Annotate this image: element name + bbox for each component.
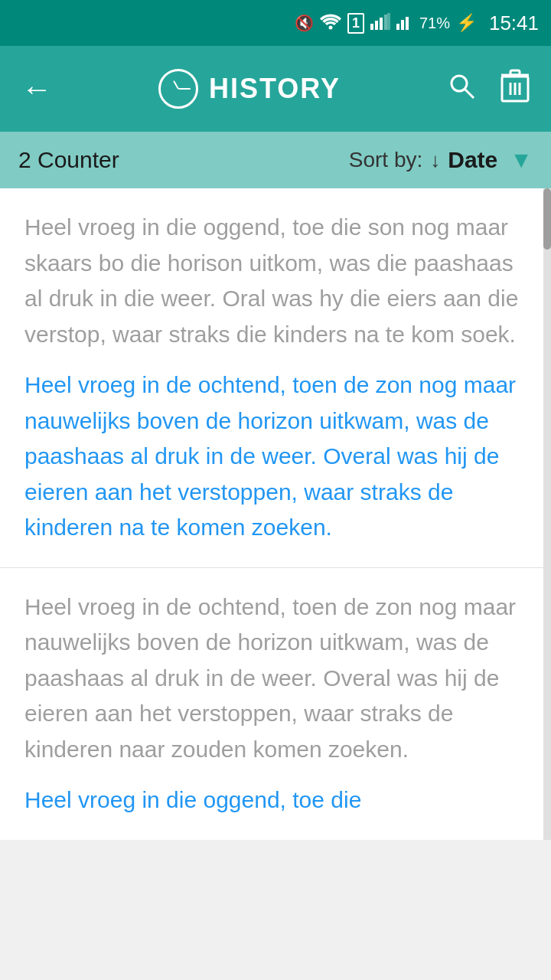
scrollbar[interactable]: [543, 188, 551, 840]
svg-rect-8: [406, 17, 409, 30]
svg-rect-3: [380, 18, 383, 30]
search-button[interactable]: [441, 65, 482, 113]
back-button[interactable]: ←: [15, 66, 58, 113]
sort-direction-icon: ↓: [430, 149, 440, 172]
scroll-thumb[interactable]: [543, 188, 551, 250]
counter-label: 2 Counter: [18, 147, 349, 173]
history-entry-2: Heel vroeg in de ochtend, toen de zon no…: [0, 568, 551, 840]
time-display: 15:41: [489, 11, 539, 35]
delete-button[interactable]: [494, 63, 536, 116]
signal2-icon: [396, 13, 413, 34]
status-bar: 🔇 1 71% ⚡ 15:41: [0, 0, 551, 46]
svg-rect-5: [387, 13, 390, 30]
entry-2-translated-text: Heel vroeg in die oggend, toe die: [24, 782, 519, 818]
svg-rect-2: [375, 21, 378, 30]
dropdown-arrow-icon[interactable]: ▼: [510, 147, 533, 173]
content-area: Heel vroeg in die oggend, toe die son no…: [0, 188, 551, 840]
wifi-icon: [320, 13, 341, 34]
toolbar-title: HISTORY: [209, 73, 341, 105]
svg-rect-4: [384, 15, 387, 30]
battery-icon: ⚡: [456, 13, 477, 33]
filter-bar: 2 Counter Sort by: ↓ Date ▼: [0, 132, 551, 188]
history-entry-1: Heel vroeg in die oggend, toe die son no…: [0, 188, 551, 568]
signal-icon: [370, 13, 390, 34]
sort-field-label: Date: [448, 147, 497, 173]
toolbar: ← HISTORY: [0, 46, 551, 132]
sort-by-label: Sort by:: [349, 148, 422, 172]
svg-line-10: [465, 89, 474, 98]
battery-indicator: 71%: [419, 15, 450, 32]
svg-point-0: [328, 25, 332, 29]
entry-1-translated-text: Heel vroeg in de ochtend, toen de zon no…: [24, 368, 519, 546]
entry-2-original-text: Heel vroeg in de ochtend, toen de zon no…: [24, 590, 519, 768]
sort-control[interactable]: Sort by: ↓ Date ▼: [349, 147, 533, 173]
toolbar-center: HISTORY: [70, 69, 429, 109]
svg-rect-7: [401, 20, 404, 30]
svg-rect-6: [396, 24, 399, 30]
svg-rect-13: [510, 70, 520, 75]
sim1-icon: 1: [347, 13, 364, 34]
history-clock-icon: [158, 69, 198, 109]
entry-1-original-text: Heel vroeg in die oggend, toe die son no…: [24, 210, 519, 352]
svg-rect-1: [370, 24, 373, 30]
mute-icon: 🔇: [295, 14, 314, 32]
